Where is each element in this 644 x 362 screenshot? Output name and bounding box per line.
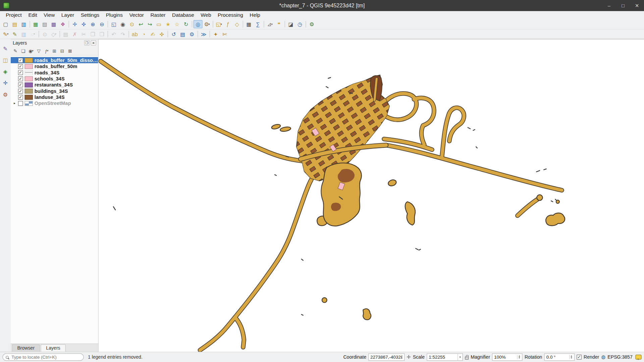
filter-legend-button[interactable]: ▽ [35, 47, 43, 55]
menu-edit[interactable]: Edit [25, 11, 41, 19]
zoom-to-layer-button[interactable]: ▭ [154, 20, 163, 28]
menu-database[interactable]: Database [169, 11, 197, 19]
layer-row[interactable]: ✓landuse_34S [11, 94, 98, 100]
menu-layer[interactable]: Layer [58, 11, 77, 19]
open-layer-styling-button[interactable]: ✎ [11, 47, 19, 55]
zoom-to-selection-button[interactable]: ⊙ [127, 20, 137, 28]
tab-browser[interactable]: Browser [12, 344, 40, 352]
spinner-arrows-icon[interactable]: ▲▼ [517, 355, 520, 359]
undock-panel-button[interactable]: ❐ [84, 40, 90, 46]
layer-visibility-checkbox[interactable]: ✓ [18, 76, 23, 81]
zoom-full-button[interactable]: ◱ [109, 20, 118, 28]
processing-history-button[interactable]: ↺ [169, 30, 178, 38]
remove-layer-button[interactable]: ⊠ [66, 47, 74, 55]
coordinate-input[interactable] [368, 353, 405, 361]
open-project-button[interactable]: ▤ [10, 20, 19, 28]
statistical-summary-button[interactable]: ∑ [254, 20, 263, 28]
magnifier-spinbox[interactable]: 100% ▲▼ [492, 353, 523, 361]
menu-processing[interactable]: Processing [214, 11, 246, 19]
layer-row[interactable]: ✓schools_34S [11, 75, 98, 81]
identify-features-button[interactable]: ◎ [194, 20, 203, 28]
plugin-tool-2-button[interactable]: ✄ [220, 30, 229, 38]
close-panel-button[interactable]: ✕ [91, 40, 96, 46]
run-feature-action-button[interactable]: ⚙▾ [203, 20, 212, 28]
pan-to-selection-button[interactable]: ✜ [79, 20, 88, 28]
move-label-button[interactable]: ✜ [157, 30, 166, 38]
layer-visibility-checkbox[interactable]: ✓ [18, 70, 23, 75]
new-bookmark-button[interactable]: ★ [163, 20, 172, 28]
render-checkbox[interactable]: ✓ [577, 355, 582, 360]
menu-project[interactable]: Project [2, 11, 25, 19]
select-features-button[interactable]: ◱▾ [214, 20, 223, 28]
zoom-next-button[interactable]: ↪ [145, 20, 154, 28]
layer-visibility-checkbox[interactable] [18, 101, 23, 106]
menu-raster[interactable]: Raster [147, 11, 169, 19]
processing-dock-icon[interactable]: ⚙ [1, 91, 9, 99]
layer-visibility-checkbox[interactable]: ✓ [18, 58, 23, 63]
zoom-native-button[interactable]: ◉ [118, 20, 127, 28]
spinner-arrows-icon[interactable]: ▲▼ [569, 355, 573, 359]
pan-map-button[interactable]: ✛ [70, 20, 79, 28]
map-tips-button[interactable]: ❝ [274, 20, 283, 28]
layer-diagram-button[interactable]: ◔ [139, 30, 148, 38]
expand-all-button[interactable]: ⊞ [51, 47, 58, 55]
expander-icon[interactable]: ▸ [13, 101, 16, 105]
processing-toolbox-button[interactable]: ⚙ [307, 20, 316, 28]
save-project-button[interactable]: ▥ [19, 20, 29, 28]
locator-input[interactable] [11, 354, 80, 360]
layer-styling-dock-icon[interactable]: ✎ [1, 45, 9, 52]
layer-row[interactable]: ✓roads_34S [11, 69, 98, 75]
browser-dock-icon[interactable]: ◫ [1, 56, 9, 64]
zoom-last-button[interactable]: ↩ [137, 20, 146, 28]
menu-web[interactable]: Web [197, 11, 214, 19]
python-console-button[interactable]: ≫ [199, 30, 208, 38]
messages-button[interactable] [635, 355, 641, 360]
select-by-expression-button[interactable]: ƒ [223, 20, 232, 28]
layer-visibility-checkbox[interactable]: ✓ [18, 82, 23, 87]
new-print-layout-button[interactable]: ▦ [31, 20, 40, 28]
filter-by-expression-button[interactable]: ƒ▾ [43, 47, 50, 55]
layer-row[interactable]: ✓roads_buffer_50m [11, 63, 98, 69]
zoom-out-button[interactable]: ⊖ [97, 20, 106, 28]
refresh-button[interactable]: ↻ [181, 20, 191, 28]
current-edits-button[interactable]: ✎▾ [1, 30, 10, 38]
new-3d-map-button[interactable]: ◪ [286, 20, 295, 28]
menu-settings[interactable]: Settings [77, 11, 103, 19]
layer-visibility-checkbox[interactable]: ✓ [18, 88, 23, 94]
toggle-editing-button[interactable]: ✎ [10, 30, 19, 38]
measure-button[interactable]: ⊿▾ [265, 20, 274, 28]
style-manager-button[interactable]: ❖ [58, 20, 67, 28]
layer-row[interactable]: ✓restaurants_34S [11, 82, 98, 88]
processing-results-button[interactable]: ▤ [178, 30, 187, 38]
close-button[interactable]: ✕ [633, 3, 641, 8]
maximize-button[interactable]: □ [620, 3, 627, 8]
map-canvas[interactable] [99, 39, 644, 352]
minimize-button[interactable]: – [605, 3, 613, 8]
plugin-tool-1-button[interactable]: ✦ [211, 30, 220, 38]
layer-labeling-button[interactable]: ab [130, 30, 139, 38]
add-group-button[interactable]: ❏ [19, 47, 27, 55]
scale-lock-icon[interactable] [465, 356, 469, 359]
menu-vector[interactable]: Vector [126, 11, 147, 19]
new-project-button[interactable]: ▢ [1, 20, 10, 28]
menu-plugins[interactable]: Plugins [103, 11, 126, 19]
crs-icon[interactable]: ◍ [601, 354, 605, 360]
extents-toggle-icon[interactable]: ✛ [407, 354, 411, 360]
show-bookmarks-button[interactable]: ☆ [172, 20, 181, 28]
manage-map-themes-button[interactable]: ◉▾ [27, 47, 35, 55]
layer-row[interactable]: ✓buildings_34S [11, 88, 98, 94]
layer-visibility-checkbox[interactable]: ✓ [18, 95, 23, 100]
layer-row[interactable]: ✓roads_buffer_50m_dissolv... [11, 57, 98, 63]
layer-row[interactable]: ▸OpenStreetMap [11, 100, 98, 106]
geometry-dock-icon[interactable]: ◈ [1, 68, 9, 75]
layout-manager-button[interactable]: ▩ [49, 20, 58, 28]
menu-help[interactable]: Help [247, 11, 264, 19]
tab-layers[interactable]: Layers [41, 344, 65, 352]
collapse-all-button[interactable]: ⊟ [58, 47, 66, 55]
menu-view[interactable]: View [41, 11, 58, 19]
layer-visibility-checkbox[interactable]: ✓ [18, 64, 23, 69]
temporal-controller-button[interactable]: ◷ [295, 20, 304, 28]
rotation-spinbox[interactable]: 0.0 ° ▲▼ [544, 353, 575, 361]
deselect-features-button[interactable]: ◇ [232, 20, 241, 28]
pin-labels-button[interactable]: ✍ [148, 30, 157, 38]
